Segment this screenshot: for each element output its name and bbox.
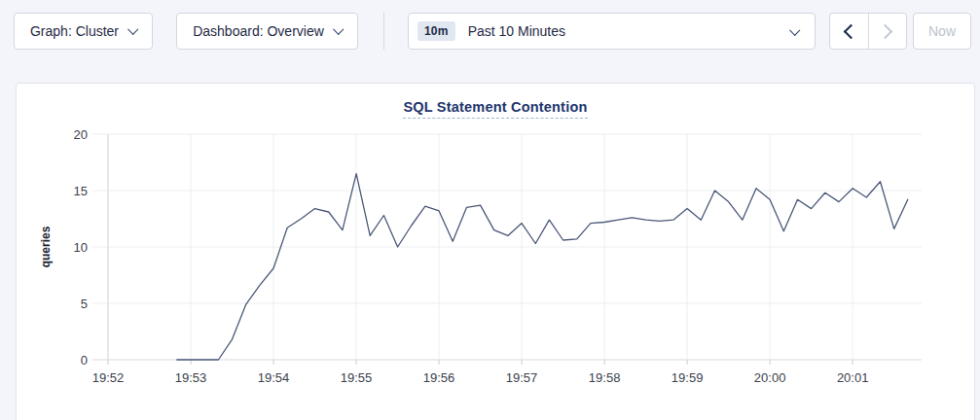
x-tick-label: 19:59 bbox=[671, 370, 704, 385]
x-tick-label: 19:53 bbox=[175, 370, 207, 385]
x-tick-label: 19:54 bbox=[258, 370, 290, 385]
x-tick-label: 19:52 bbox=[92, 370, 125, 385]
y-tick-label: 0 bbox=[81, 353, 88, 368]
y-tick-label: 20 bbox=[74, 127, 88, 142]
time-range-badge: 10m bbox=[417, 21, 455, 41]
x-tick-label: 19:58 bbox=[589, 370, 621, 385]
chevron-down-icon bbox=[127, 23, 138, 34]
app-screen: Graph: Cluster Dashboard: Overview 10m P… bbox=[0, 0, 980, 420]
next-time-window-button[interactable] bbox=[868, 14, 906, 49]
chevron-down-icon bbox=[789, 25, 800, 36]
graph-scope-dropdown[interactable]: Graph: Cluster bbox=[14, 13, 153, 50]
x-tick-label: 19:57 bbox=[506, 370, 538, 385]
now-button-label: Now bbox=[928, 23, 956, 39]
x-tick-label: 20:00 bbox=[754, 370, 786, 385]
chevron-down-icon bbox=[333, 23, 344, 34]
chevron-left-icon bbox=[844, 23, 859, 39]
x-tick-label: 20:01 bbox=[837, 370, 869, 385]
y-tick-label: 15 bbox=[74, 184, 88, 198]
time-window-pager bbox=[829, 13, 907, 50]
chart-card: 0510152019:5219:5319:5419:5519:5619:5719… bbox=[16, 83, 975, 420]
contention-chart-svg[interactable]: 0510152019:5219:5319:5419:5519:5619:5719… bbox=[17, 84, 974, 420]
chart-title[interactable]: SQL Statement Contention bbox=[403, 99, 587, 119]
x-tick-label: 19:56 bbox=[423, 370, 455, 385]
y-axis-label: queries bbox=[39, 226, 53, 267]
dashboard-dropdown-label: Dashboard: Overview bbox=[193, 23, 324, 39]
y-tick-label: 10 bbox=[74, 240, 88, 255]
y-tick-label: 5 bbox=[81, 297, 88, 311]
graph-scope-dropdown-label: Graph: Cluster bbox=[30, 23, 119, 39]
time-range-label: Past 10 Minutes bbox=[468, 23, 565, 39]
chart-title-wrap: SQL Statement Contention bbox=[17, 98, 974, 119]
toolbar-divider bbox=[383, 13, 384, 50]
now-button[interactable]: Now bbox=[913, 13, 971, 50]
series-line bbox=[177, 174, 908, 360]
prev-time-window-button[interactable] bbox=[830, 14, 868, 49]
dashboard-dropdown[interactable]: Dashboard: Overview bbox=[176, 13, 358, 50]
time-range-dropdown[interactable]: 10m Past 10 Minutes bbox=[408, 13, 816, 50]
x-tick-label: 19:55 bbox=[341, 370, 373, 385]
chevron-right-icon bbox=[878, 23, 893, 39]
